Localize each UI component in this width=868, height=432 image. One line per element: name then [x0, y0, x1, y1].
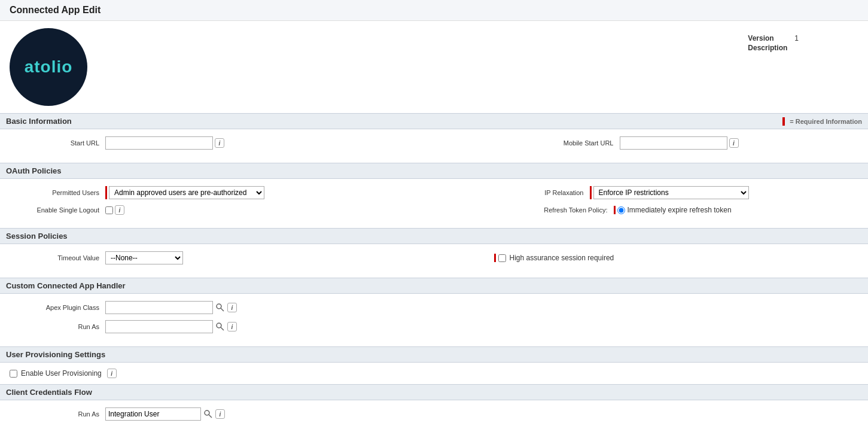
svg-point-0 — [217, 304, 221, 309]
version-value: 1 — [794, 34, 799, 42]
apex-plugin-input[interactable] — [105, 301, 213, 314]
client-run-as-input[interactable] — [105, 407, 201, 421]
start-url-row: Start URL i Mobile Start URL i — [10, 136, 858, 150]
required-bar-icon — [782, 117, 785, 126]
high-assurance-container: High assurance session required — [498, 254, 614, 262]
page-title: Connected App Edit — [0, 0, 868, 21]
start-url-info-icon[interactable]: i — [215, 138, 224, 148]
mobile-start-url-label: Mobile Start URL — [524, 139, 620, 147]
refresh-token-border: Immediately expire refresh token — [614, 206, 732, 214]
mobile-url-info-icon[interactable]: i — [729, 138, 739, 148]
permitted-users-select[interactable]: Admin approved users are pre-authorized … — [109, 186, 264, 199]
basic-info-form: Start URL i Mobile Start URL i — [0, 129, 868, 163]
enable-provisioning-row: Enable User Provisioning i — [10, 369, 858, 378]
ip-relaxation-select[interactable]: Enforce IP restrictions Relax IP restric… — [593, 186, 749, 199]
handler-lookup-svg — [215, 322, 225, 331]
refresh-token-label: Refresh Token Policy: — [494, 206, 614, 214]
required-info: = Required Information — [782, 117, 862, 126]
mobile-start-url-input[interactable] — [620, 136, 727, 150]
ip-relaxation-label: IP Relaxation — [494, 189, 590, 196]
custom-handler-form: Apex Plugin Class i Run As i — [0, 294, 868, 346]
client-credentials-form: Run As i — [0, 400, 868, 432]
oauth-section-header: OAuth Policies — [0, 163, 868, 179]
oauth-form: Permitted Users Admin approved users are… — [0, 179, 868, 228]
version-area: Version 1 Description — [748, 28, 799, 106]
ip-relaxation-border: Enforce IP restrictions Relax IP restric… — [590, 186, 749, 199]
user-provisioning-label: User Provisioning Settings — [6, 350, 105, 359]
apex-plugin-label: Apex Plugin Class — [10, 304, 105, 311]
logo-text: atolio — [25, 57, 73, 77]
timeout-select[interactable]: --None-- 15 minutes 30 minutes 1 hour — [105, 251, 183, 264]
handler-run-as-row: Run As i — [10, 320, 858, 333]
client-run-as-group: Run As i — [10, 407, 858, 421]
apex-plugin-group: Apex Plugin Class i — [10, 301, 858, 314]
apex-plugin-info-icon[interactable]: i — [227, 303, 237, 312]
svg-line-3 — [221, 327, 224, 330]
handler-run-as-group: Run As i — [10, 320, 858, 333]
client-run-as-row: Run As i — [10, 407, 858, 421]
basic-info-label: Basic Information — [6, 117, 72, 126]
start-url-input[interactable] — [105, 136, 213, 150]
svg-line-5 — [209, 415, 212, 418]
client-run-as-label: Run As — [10, 410, 105, 418]
mobile-url-group: Mobile Start URL i — [524, 136, 859, 150]
session-label: Session Policies — [6, 232, 68, 241]
handler-run-as-input[interactable] — [105, 320, 213, 333]
single-logout-info-icon[interactable]: i — [115, 205, 124, 215]
logo-version-area: atolio Version 1 Description — [0, 21, 868, 113]
refresh-token-radio[interactable] — [617, 206, 625, 214]
user-provisioning-section-header: User Provisioning Settings — [0, 346, 868, 363]
ip-relaxation-group: IP Relaxation Enforce IP restrictions Re… — [494, 186, 859, 199]
client-run-as-lookup-icon[interactable] — [203, 409, 214, 419]
apex-plugin-lookup-icon[interactable] — [215, 302, 226, 313]
basic-info-section-header: Basic Information = Required Information — [0, 113, 868, 129]
session-section-header: Session Policies — [0, 228, 868, 244]
oauth-label: OAuth Policies — [6, 166, 61, 175]
logout-refresh-row: Enable Single Logout i Refresh Token Pol… — [10, 205, 858, 215]
apex-plugin-row: Apex Plugin Class i — [10, 301, 858, 314]
refresh-token-group: Refresh Token Policy: Immediately expire… — [494, 206, 859, 214]
permitted-users-group: Permitted Users Admin approved users are… — [10, 186, 374, 199]
description-value — [794, 44, 799, 52]
client-credentials-section-header: Client Credentials Flow — [0, 384, 868, 400]
user-provisioning-form: Enable User Provisioning i — [0, 363, 868, 384]
enable-provisioning-info-icon[interactable]: i — [107, 369, 117, 378]
svg-point-2 — [217, 323, 221, 328]
permitted-users-label: Permitted Users — [10, 189, 105, 196]
client-credentials-label: Client Credentials Flow — [6, 388, 92, 397]
handler-run-as-label: Run As — [10, 323, 105, 330]
timeout-row: Timeout Value --None-- 15 minutes 30 min… — [10, 251, 858, 264]
client-run-as-info-icon[interactable]: i — [215, 409, 225, 419]
enable-provisioning-checkbox[interactable] — [10, 370, 17, 378]
custom-handler-section-header: Custom Connected App Handler — [0, 278, 868, 294]
version-label: Version — [748, 34, 787, 42]
high-assurance-label: High assurance session required — [510, 254, 614, 262]
single-logout-checkbox[interactable] — [105, 206, 113, 214]
high-assurance-group: High assurance session required — [494, 254, 859, 262]
custom-handler-label: Custom Connected App Handler — [6, 281, 126, 290]
handler-run-as-lookup-icon[interactable] — [215, 321, 226, 332]
svg-line-1 — [221, 308, 224, 311]
refresh-token-immediately-label: Immediately expire refresh token — [628, 206, 732, 214]
enable-provisioning-label: Enable User Provisioning — [21, 369, 102, 378]
permitted-ip-row: Permitted Users Admin approved users are… — [10, 186, 858, 199]
single-logout-label: Enable Single Logout — [10, 206, 105, 214]
description-label: Description — [748, 44, 787, 52]
high-assurance-checkbox[interactable] — [498, 254, 506, 262]
start-url-label: Start URL — [10, 139, 105, 147]
single-logout-group: Enable Single Logout i — [10, 205, 374, 215]
permitted-users-border: Admin approved users are pre-authorized … — [105, 186, 264, 199]
timeout-label: Timeout Value — [10, 254, 105, 261]
app-logo: atolio — [10, 28, 87, 106]
svg-point-4 — [205, 410, 209, 415]
client-lookup-svg — [203, 409, 213, 419]
session-form: Timeout Value --None-- 15 minutes 30 min… — [0, 244, 868, 278]
start-url-group: Start URL i — [10, 136, 345, 150]
lookup-svg — [215, 303, 225, 312]
timeout-group: Timeout Value --None-- 15 minutes 30 min… — [10, 251, 374, 264]
high-assurance-border: High assurance session required — [494, 254, 614, 262]
handler-run-as-info-icon[interactable]: i — [227, 322, 237, 331]
